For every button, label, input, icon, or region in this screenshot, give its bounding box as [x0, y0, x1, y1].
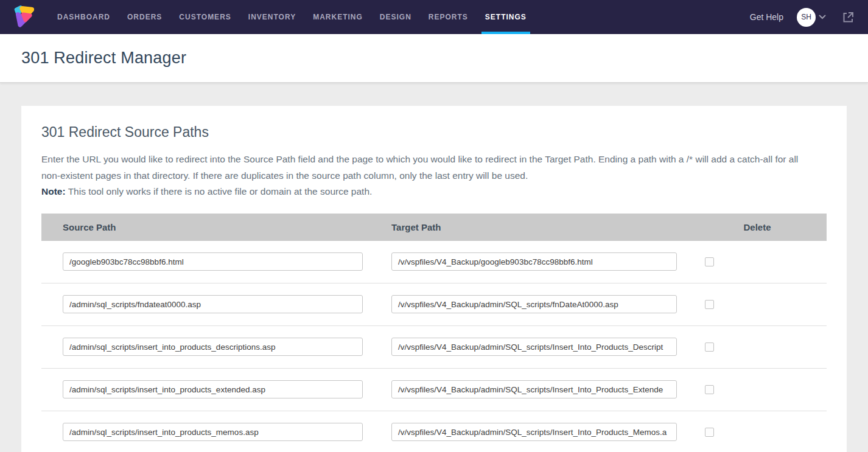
- delete-cell: [688, 342, 827, 352]
- target-path-input[interactable]: [391, 252, 677, 271]
- source-path-input[interactable]: [63, 423, 363, 441]
- note-text: This tool only works if there is no acti…: [66, 186, 373, 196]
- delete-cell: [688, 257, 827, 266]
- target-cell: [391, 295, 688, 313]
- target-path-input[interactable]: [391, 423, 677, 441]
- get-help-link[interactable]: Get Help: [750, 12, 783, 22]
- target-cell: [391, 338, 688, 356]
- target-cell: [391, 423, 688, 441]
- open-storefront-icon[interactable]: [842, 11, 855, 24]
- volusion-logo-icon[interactable]: [11, 4, 37, 30]
- source-cell: [41, 380, 391, 398]
- target-cell: [391, 380, 688, 398]
- source-cell: [41, 338, 391, 356]
- nav-item-orders[interactable]: ORDERS: [127, 0, 162, 34]
- source-cell: [41, 252, 391, 271]
- table-row: [41, 241, 827, 283]
- card-description: Enter the URL you would like to redirect…: [41, 151, 827, 184]
- table-row: [41, 411, 827, 452]
- target-path-input[interactable]: [391, 295, 677, 313]
- source-path-input[interactable]: [63, 252, 363, 271]
- nav-item-customers[interactable]: CUSTOMERS: [179, 0, 231, 34]
- account-menu[interactable]: SH: [797, 8, 826, 27]
- description-line-2: non-existent pages in that directory. If…: [41, 168, 827, 184]
- nav-item-dashboard[interactable]: DASHBOARD: [57, 0, 110, 34]
- delete-cell: [688, 428, 827, 437]
- redirect-table: Source Path Target Path Delete: [41, 214, 827, 452]
- header-target-path: Target Path: [391, 222, 688, 232]
- source-path-input[interactable]: [63, 338, 363, 356]
- nav-item-design[interactable]: DESIGN: [380, 0, 411, 34]
- nav-item-inventory[interactable]: INVENTORY: [248, 0, 296, 34]
- nav-item-marketing[interactable]: MARKETING: [313, 0, 363, 34]
- table-row: [41, 326, 827, 369]
- target-path-input[interactable]: [391, 338, 677, 356]
- nav-item-reports[interactable]: REPORTS: [429, 0, 468, 34]
- nav-menu: DASHBOARD ORDERS CUSTOMERS INVENTORY MAR…: [49, 0, 535, 34]
- chevron-down-icon[interactable]: [819, 15, 826, 19]
- content-area: 301 Redirect Source Paths Enter the URL …: [0, 83, 868, 452]
- header-source-path: Source Path: [41, 222, 391, 232]
- note-label: Note:: [41, 186, 66, 196]
- note-line: Note: This tool only works if there is n…: [41, 184, 827, 200]
- delete-cell: [688, 385, 827, 394]
- table-row: [41, 283, 827, 326]
- delete-checkbox[interactable]: [705, 385, 714, 394]
- description-line-1: Enter the URL you would like to redirect…: [41, 151, 827, 168]
- page-title: 301 Redirect Manager: [21, 49, 186, 68]
- nav-item-settings[interactable]: SETTINGS: [485, 0, 527, 34]
- nav-right-section: Get Help SH: [750, 8, 855, 27]
- table-row: [41, 369, 827, 411]
- source-cell: [41, 423, 391, 441]
- delete-checkbox[interactable]: [705, 428, 714, 437]
- top-navigation-bar: DASHBOARD ORDERS CUSTOMERS INVENTORY MAR…: [0, 0, 868, 34]
- target-path-input[interactable]: [391, 380, 677, 398]
- redirect-card: 301 Redirect Source Paths Enter the URL …: [21, 106, 847, 452]
- delete-checkbox[interactable]: [705, 342, 714, 352]
- target-cell: [391, 252, 688, 271]
- source-cell: [41, 295, 391, 313]
- source-path-input[interactable]: [63, 380, 363, 398]
- table-header-row: Source Path Target Path Delete: [41, 214, 827, 241]
- delete-cell: [688, 300, 827, 309]
- card-heading: 301 Redirect Source Paths: [41, 124, 827, 141]
- header-delete: Delete: [688, 222, 827, 232]
- delete-checkbox[interactable]: [705, 257, 714, 266]
- avatar[interactable]: SH: [797, 8, 816, 27]
- source-path-input[interactable]: [63, 295, 363, 313]
- page-header: 301 Redirect Manager: [0, 34, 868, 83]
- delete-checkbox[interactable]: [705, 300, 714, 309]
